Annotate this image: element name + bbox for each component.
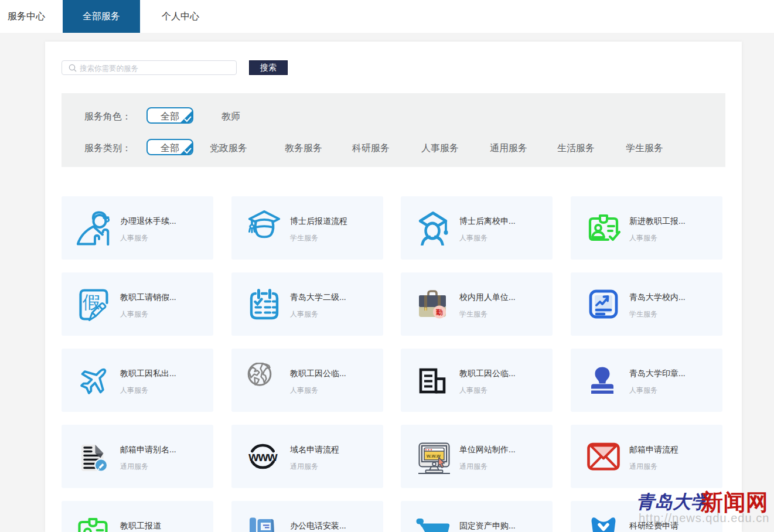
svg-text:www: www: [248, 449, 278, 464]
svg-text:勤: 勤: [435, 309, 443, 316]
svg-text:假: 假: [82, 292, 100, 312]
